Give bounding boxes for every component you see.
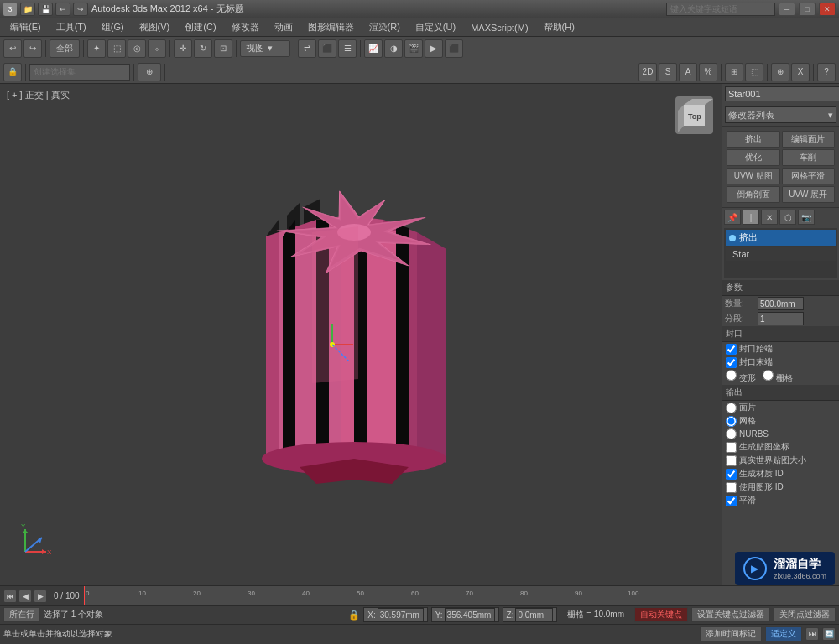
- playback-end[interactable]: ⏭: [805, 627, 819, 641]
- real-world-checkbox[interactable]: [726, 455, 737, 466]
- menu-modifiers[interactable]: 修改器: [225, 19, 266, 35]
- btn-uvw-expand[interactable]: UVW 展开: [782, 186, 836, 203]
- paint-tool[interactable]: ⬦: [148, 39, 166, 58]
- mesh-radio[interactable]: [726, 416, 737, 427]
- maximize-button[interactable]: □: [799, 3, 816, 16]
- lasso-tool[interactable]: ◎: [128, 39, 146, 58]
- mirror-tool[interactable]: ⇌: [298, 39, 316, 58]
- btn-mesh-smooth[interactable]: 网格平滑: [782, 168, 836, 184]
- material-editor[interactable]: ◑: [384, 39, 403, 58]
- tab-motion[interactable]: ⬡: [779, 210, 796, 225]
- btn-lathe[interactable]: 车削: [782, 149, 836, 166]
- morph-radio-label[interactable]: 变形: [726, 370, 756, 384]
- btn-optimize[interactable]: 优化: [727, 149, 780, 166]
- cap-start-checkbox[interactable]: [726, 344, 737, 355]
- tab-display[interactable]: 📷: [798, 210, 815, 225]
- menu-maxscript[interactable]: MAXScript(M): [464, 21, 534, 34]
- smooth-checkbox[interactable]: [726, 496, 737, 506]
- tab-pin[interactable]: 📌: [724, 210, 741, 225]
- menu-edit[interactable]: 编辑(E): [3, 19, 48, 35]
- gen-map-checkbox[interactable]: [726, 442, 737, 453]
- menu-animation[interactable]: 动画: [268, 19, 300, 35]
- search-input[interactable]: [666, 3, 775, 16]
- use-shape-checkbox[interactable]: [726, 482, 737, 493]
- redo-title-icon[interactable]: ↪: [73, 3, 88, 16]
- amount-input[interactable]: [758, 297, 804, 310]
- close-button[interactable]: ✕: [819, 3, 836, 16]
- render-setup[interactable]: 🎬: [404, 39, 423, 58]
- modifier-extrude[interactable]: 挤出: [726, 230, 836, 246]
- named-selection-input[interactable]: [29, 64, 130, 80]
- render-btn[interactable]: ▶: [425, 39, 443, 58]
- file-icon[interactable]: 📁: [20, 3, 35, 16]
- save-icon[interactable]: 💾: [38, 3, 53, 16]
- base-object[interactable]: Star: [726, 247, 836, 261]
- btn-chamfer[interactable]: 倒角剖面: [727, 186, 780, 203]
- undo-title-icon[interactable]: ↩: [55, 3, 70, 16]
- tab-hierarchy[interactable]: ✕: [761, 210, 778, 225]
- render-active[interactable]: ⬛: [445, 39, 463, 58]
- undo-button[interactable]: ↩: [3, 39, 22, 58]
- gen-mat-checkbox[interactable]: [726, 469, 737, 480]
- object-name-input[interactable]: [725, 86, 839, 101]
- modifier-list-dropdown[interactable]: 修改器列表 ▾: [725, 106, 836, 123]
- add-key-btn[interactable]: 添加时间标记: [700, 626, 762, 641]
- x-coord-input[interactable]: [378, 608, 424, 621]
- menu-graph-editors[interactable]: 图形编辑器: [301, 19, 361, 35]
- selection-lock[interactable]: 🔒: [3, 63, 22, 81]
- select-all-btn[interactable]: 全部: [50, 39, 80, 58]
- viewport[interactable]: [ + ] 正交 | 真实: [0, 84, 722, 585]
- move-tool[interactable]: ✛: [174, 39, 192, 58]
- ignore-backface[interactable]: ⬚: [745, 63, 763, 81]
- filter-dropdown[interactable]: 所在行: [3, 607, 40, 622]
- graph-editor[interactable]: 📈: [364, 39, 383, 58]
- snap-toggle-2d[interactable]: 2D: [638, 63, 657, 81]
- align-tool[interactable]: ⬛: [318, 39, 336, 58]
- selection-btn[interactable]: 适定义: [765, 626, 802, 641]
- menu-tools[interactable]: 工具(T): [50, 19, 93, 35]
- playback-loop[interactable]: 🔄: [822, 627, 836, 641]
- transform-gizmo[interactable]: ⊕: [771, 63, 789, 81]
- menu-group[interactable]: 组(G): [95, 19, 131, 35]
- timeline-bar[interactable]: 0 10 20 30 40 50 60 70 80 90 100: [84, 586, 839, 605]
- layer-mgr[interactable]: ☰: [338, 39, 357, 58]
- redo-button[interactable]: ↪: [23, 39, 42, 58]
- timeline-play[interactable]: ▶: [34, 589, 47, 603]
- nurbs-radio[interactable]: [726, 428, 737, 439]
- minimize-button[interactable]: ─: [779, 3, 795, 16]
- menu-customize[interactable]: 自定义(U): [409, 19, 462, 35]
- menu-render[interactable]: 渲染(R): [362, 19, 407, 35]
- cap-end-checkbox[interactable]: [726, 357, 737, 368]
- select-tool[interactable]: ✦: [87, 39, 106, 58]
- rotate-tool[interactable]: ↻: [194, 39, 212, 58]
- auto-key-btn[interactable]: 自动关键点: [634, 607, 688, 622]
- segments-input[interactable]: [758, 312, 804, 325]
- timeline-prev-frame[interactable]: ◀: [18, 589, 32, 603]
- grid-radio-label[interactable]: 栅格: [763, 370, 793, 384]
- btn-uvw-map[interactable]: UVW 贴图: [727, 168, 780, 184]
- tab-active[interactable]: |: [743, 210, 759, 225]
- menu-view[interactable]: 视图(V): [133, 19, 177, 35]
- z-coord-input[interactable]: [515, 608, 553, 621]
- grid-radio[interactable]: [763, 370, 774, 381]
- percent-snap[interactable]: %: [699, 63, 717, 81]
- key-filter-btn[interactable]: 关闭点过滤器: [774, 607, 836, 622]
- scale-tool[interactable]: ⊡: [214, 39, 232, 58]
- spinner-snap[interactable]: ⊞: [725, 63, 743, 81]
- xyz-constraint[interactable]: X: [791, 63, 810, 81]
- help-btn[interactable]: ?: [817, 63, 836, 81]
- faces-radio[interactable]: [726, 402, 737, 413]
- navcube[interactable]: Top: [671, 92, 713, 134]
- morph-radio[interactable]: [726, 370, 737, 381]
- btn-edit-patch[interactable]: 编辑面片: [782, 131, 836, 148]
- btn-extrude[interactable]: 挤出: [727, 131, 780, 148]
- y-coord-input[interactable]: [445, 608, 495, 621]
- menu-create[interactable]: 创建(C): [178, 19, 222, 35]
- set-key-btn[interactable]: 设置关键点过滤器: [691, 607, 770, 622]
- angle-snap[interactable]: A: [679, 63, 697, 81]
- menu-help[interactable]: 帮助(H): [537, 19, 581, 35]
- snap-toggle-3d[interactable]: S: [659, 63, 677, 81]
- timeline-play-back[interactable]: ⏮: [3, 589, 17, 603]
- select-region[interactable]: ⬚: [107, 39, 126, 58]
- create-selection-set[interactable]: ⊕: [138, 63, 161, 81]
